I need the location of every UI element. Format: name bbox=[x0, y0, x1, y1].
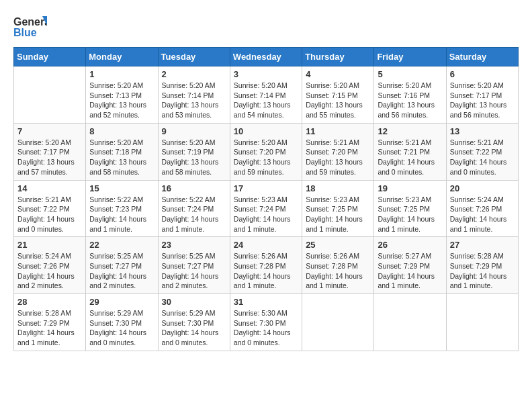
day-number: 22 bbox=[89, 240, 154, 250]
calendar-week-row: 7Sunrise: 5:20 AMSunset: 7:17 PMDaylight… bbox=[14, 123, 519, 180]
day-number: 19 bbox=[378, 183, 442, 193]
calendar-cell: 8Sunrise: 5:20 AMSunset: 7:18 PMDaylight… bbox=[86, 123, 158, 180]
day-number: 9 bbox=[162, 126, 226, 136]
calendar-cell: 28Sunrise: 5:28 AMSunset: 7:29 PMDayligh… bbox=[14, 294, 86, 351]
calendar-header-row: SundayMondayTuesdayWednesdayThursdayFrid… bbox=[14, 48, 519, 66]
weekday-header: Monday bbox=[86, 48, 158, 66]
cell-content: Sunrise: 5:20 AMSunset: 7:17 PMDaylight:… bbox=[450, 81, 515, 120]
cell-content: Sunrise: 5:20 AMSunset: 7:20 PMDaylight:… bbox=[234, 138, 298, 177]
calendar-cell: 9Sunrise: 5:20 AMSunset: 7:19 PMDaylight… bbox=[158, 123, 230, 180]
cell-content: Sunrise: 5:24 AMSunset: 7:26 PMDaylight:… bbox=[450, 195, 515, 234]
weekday-header: Thursday bbox=[302, 48, 374, 66]
day-number: 2 bbox=[162, 69, 226, 79]
cell-content: Sunrise: 5:23 AMSunset: 7:24 PMDaylight:… bbox=[234, 195, 298, 234]
cell-content: Sunrise: 5:23 AMSunset: 7:25 PMDaylight:… bbox=[306, 195, 370, 234]
day-number: 10 bbox=[234, 126, 298, 136]
day-number: 30 bbox=[162, 297, 226, 307]
calendar-table: SundayMondayTuesdayWednesdayThursdayFrid… bbox=[13, 47, 519, 351]
day-number: 4 bbox=[306, 69, 370, 79]
weekday-header: Wednesday bbox=[230, 48, 302, 66]
calendar-cell: 2Sunrise: 5:20 AMSunset: 7:14 PMDaylight… bbox=[158, 66, 230, 124]
cell-content: Sunrise: 5:20 AMSunset: 7:17 PMDaylight:… bbox=[17, 138, 82, 177]
cell-content: Sunrise: 5:20 AMSunset: 7:16 PMDaylight:… bbox=[378, 81, 442, 120]
cell-content: Sunrise: 5:20 AMSunset: 7:19 PMDaylight:… bbox=[162, 138, 226, 177]
calendar-cell: 30Sunrise: 5:29 AMSunset: 7:30 PMDayligh… bbox=[158, 294, 230, 351]
calendar-cell: 21Sunrise: 5:24 AMSunset: 7:26 PMDayligh… bbox=[14, 237, 86, 294]
calendar-cell: 17Sunrise: 5:23 AMSunset: 7:24 PMDayligh… bbox=[230, 180, 302, 237]
day-number: 7 bbox=[17, 126, 82, 136]
calendar-cell: 10Sunrise: 5:20 AMSunset: 7:20 PMDayligh… bbox=[230, 123, 302, 180]
calendar-cell: 23Sunrise: 5:25 AMSunset: 7:27 PMDayligh… bbox=[158, 237, 230, 294]
logo: GeneralBlue bbox=[13, 13, 47, 40]
calendar-cell: 13Sunrise: 5:21 AMSunset: 7:22 PMDayligh… bbox=[446, 123, 518, 180]
day-number: 13 bbox=[450, 126, 515, 136]
calendar-cell: 15Sunrise: 5:22 AMSunset: 7:23 PMDayligh… bbox=[86, 180, 158, 237]
cell-content: Sunrise: 5:25 AMSunset: 7:27 PMDaylight:… bbox=[162, 251, 226, 291]
day-number: 20 bbox=[450, 183, 515, 193]
calendar-cell: 29Sunrise: 5:29 AMSunset: 7:30 PMDayligh… bbox=[86, 294, 158, 351]
cell-content: Sunrise: 5:28 AMSunset: 7:29 PMDaylight:… bbox=[450, 251, 515, 291]
day-number: 5 bbox=[378, 69, 442, 79]
day-number: 23 bbox=[162, 240, 226, 250]
calendar-cell: 27Sunrise: 5:28 AMSunset: 7:29 PMDayligh… bbox=[446, 237, 518, 294]
day-number: 8 bbox=[89, 126, 154, 136]
day-number: 24 bbox=[234, 240, 298, 250]
day-number: 14 bbox=[17, 183, 82, 193]
cell-content: Sunrise: 5:27 AMSunset: 7:29 PMDaylight:… bbox=[378, 251, 442, 291]
day-number: 6 bbox=[450, 69, 515, 79]
svg-text:Blue: Blue bbox=[13, 27, 37, 38]
day-number: 18 bbox=[306, 183, 370, 193]
calendar-week-row: 1Sunrise: 5:20 AMSunset: 7:13 PMDaylight… bbox=[14, 66, 519, 124]
cell-content: Sunrise: 5:20 AMSunset: 7:18 PMDaylight:… bbox=[89, 138, 154, 177]
cell-content: Sunrise: 5:20 AMSunset: 7:14 PMDaylight:… bbox=[234, 81, 298, 120]
weekday-header: Saturday bbox=[446, 48, 518, 66]
calendar-cell: 31Sunrise: 5:30 AMSunset: 7:30 PMDayligh… bbox=[230, 294, 302, 351]
cell-content: Sunrise: 5:20 AMSunset: 7:14 PMDaylight:… bbox=[162, 81, 226, 120]
cell-content: Sunrise: 5:21 AMSunset: 7:22 PMDaylight:… bbox=[17, 195, 82, 234]
calendar-cell: 4Sunrise: 5:20 AMSunset: 7:15 PMDaylight… bbox=[302, 66, 374, 124]
day-number: 27 bbox=[450, 240, 515, 250]
cell-content: Sunrise: 5:25 AMSunset: 7:27 PMDaylight:… bbox=[89, 251, 154, 291]
weekday-header: Friday bbox=[374, 48, 446, 66]
day-number: 15 bbox=[89, 183, 154, 193]
calendar-cell: 7Sunrise: 5:20 AMSunset: 7:17 PMDaylight… bbox=[14, 123, 86, 180]
weekday-header: Tuesday bbox=[158, 48, 230, 66]
day-number: 26 bbox=[378, 240, 442, 250]
day-number: 28 bbox=[17, 297, 82, 307]
cell-content: Sunrise: 5:22 AMSunset: 7:23 PMDaylight:… bbox=[89, 195, 154, 234]
header: GeneralBlue bbox=[13, 13, 519, 40]
cell-content: Sunrise: 5:20 AMSunset: 7:13 PMDaylight:… bbox=[89, 81, 154, 120]
calendar-cell: 1Sunrise: 5:20 AMSunset: 7:13 PMDaylight… bbox=[86, 66, 158, 124]
cell-content: Sunrise: 5:29 AMSunset: 7:30 PMDaylight:… bbox=[162, 308, 226, 348]
calendar-cell: 19Sunrise: 5:23 AMSunset: 7:25 PMDayligh… bbox=[374, 180, 446, 237]
calendar-cell: 5Sunrise: 5:20 AMSunset: 7:16 PMDaylight… bbox=[374, 66, 446, 124]
calendar-cell bbox=[446, 294, 518, 351]
calendar-week-row: 14Sunrise: 5:21 AMSunset: 7:22 PMDayligh… bbox=[14, 180, 519, 237]
calendar-cell: 3Sunrise: 5:20 AMSunset: 7:14 PMDaylight… bbox=[230, 66, 302, 124]
calendar-cell: 20Sunrise: 5:24 AMSunset: 7:26 PMDayligh… bbox=[446, 180, 518, 237]
day-number: 16 bbox=[162, 183, 226, 193]
cell-content: Sunrise: 5:26 AMSunset: 7:28 PMDaylight:… bbox=[306, 251, 370, 291]
calendar-cell bbox=[374, 294, 446, 351]
weekday-header: Sunday bbox=[14, 48, 86, 66]
calendar-cell: 25Sunrise: 5:26 AMSunset: 7:28 PMDayligh… bbox=[302, 237, 374, 294]
calendar-cell bbox=[14, 66, 86, 124]
svg-text:General: General bbox=[13, 16, 47, 28]
calendar-cell bbox=[302, 294, 374, 351]
day-number: 29 bbox=[89, 297, 154, 307]
calendar-week-row: 28Sunrise: 5:28 AMSunset: 7:29 PMDayligh… bbox=[14, 294, 519, 351]
cell-content: Sunrise: 5:22 AMSunset: 7:24 PMDaylight:… bbox=[162, 195, 226, 234]
calendar-cell: 14Sunrise: 5:21 AMSunset: 7:22 PMDayligh… bbox=[14, 180, 86, 237]
day-number: 3 bbox=[234, 69, 298, 79]
day-number: 11 bbox=[306, 126, 370, 136]
calendar-cell: 26Sunrise: 5:27 AMSunset: 7:29 PMDayligh… bbox=[374, 237, 446, 294]
calendar-cell: 12Sunrise: 5:21 AMSunset: 7:21 PMDayligh… bbox=[374, 123, 446, 180]
page-container: GeneralBlue SundayMondayTuesdayWednesday… bbox=[13, 13, 519, 351]
cell-content: Sunrise: 5:21 AMSunset: 7:22 PMDaylight:… bbox=[450, 138, 515, 177]
cell-content: Sunrise: 5:30 AMSunset: 7:30 PMDaylight:… bbox=[234, 308, 298, 348]
day-number: 1 bbox=[89, 69, 154, 79]
day-number: 21 bbox=[17, 240, 82, 250]
calendar-week-row: 21Sunrise: 5:24 AMSunset: 7:26 PMDayligh… bbox=[14, 237, 519, 294]
cell-content: Sunrise: 5:20 AMSunset: 7:15 PMDaylight:… bbox=[306, 81, 370, 120]
calendar-cell: 16Sunrise: 5:22 AMSunset: 7:24 PMDayligh… bbox=[158, 180, 230, 237]
